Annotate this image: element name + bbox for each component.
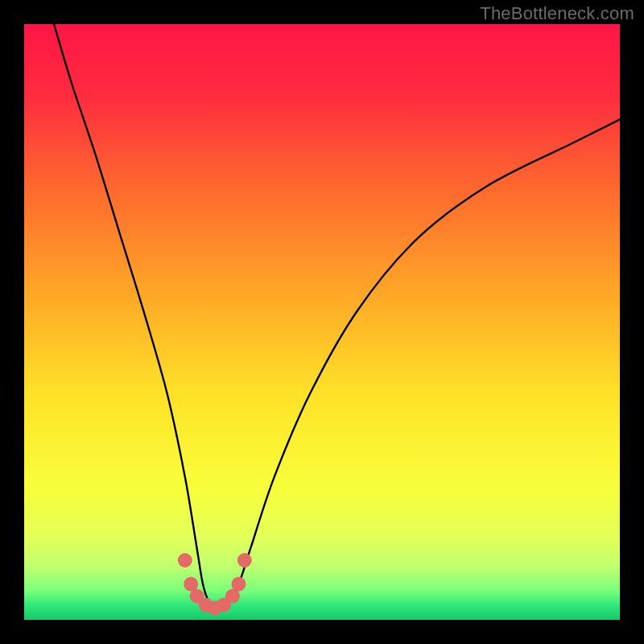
marker-group [178,553,252,615]
curve-layer [24,24,620,620]
sample-marker [237,553,252,568]
chart-frame: TheBottleneck.com [0,0,644,644]
sample-marker [231,577,246,592]
bottleneck-curve-path [54,24,620,609]
plot-area [24,24,620,620]
sample-marker [178,553,192,568]
watermark-text: TheBottleneck.com [480,3,634,24]
